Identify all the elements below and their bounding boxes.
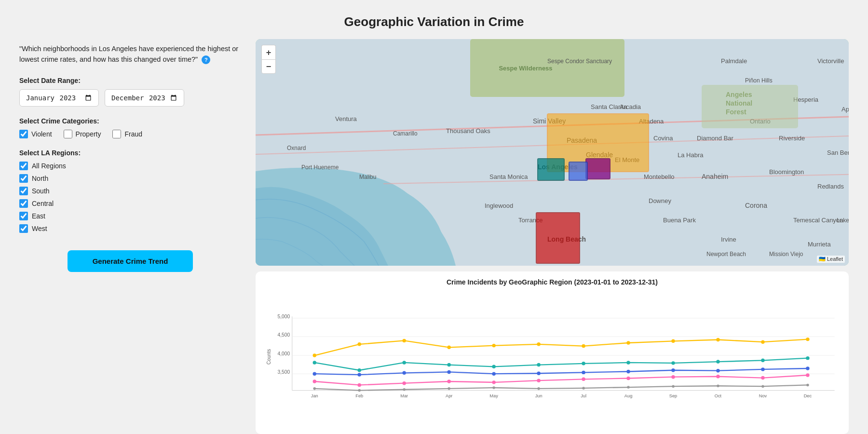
svg-rect-52 [538, 159, 564, 180]
region-north[interactable]: North [19, 174, 241, 183]
property-checkbox[interactable] [64, 130, 72, 138]
region-south-checkbox[interactable] [19, 187, 28, 195]
svg-point-88 [716, 338, 719, 341]
svg-point-126 [806, 373, 809, 377]
region-north-checkbox[interactable] [19, 174, 28, 183]
svg-point-107 [492, 372, 495, 375]
svg-point-116 [358, 383, 361, 387]
svg-point-94 [447, 363, 450, 366]
svg-text:Temescal Canyon: Temescal Canyon [793, 217, 843, 224]
region-central[interactable]: Central [19, 199, 241, 208]
regions-section: Select LA Regions: All Regions North Sou… [19, 149, 241, 233]
svg-text:Sep: Sep [669, 393, 678, 398]
right-panel: Sespe Wilderness Sespe Condor Sanctuary … [256, 39, 849, 434]
svg-text:Santa Monica: Santa Monica [489, 173, 528, 180]
map-svg: Sespe Wilderness Sespe Condor Sanctuary … [256, 39, 849, 266]
svg-point-117 [402, 381, 406, 385]
region-list: All Regions North South Central [19, 162, 241, 233]
svg-text:Montebello: Montebello [644, 173, 675, 180]
generate-button[interactable]: Generate Crime Trend [68, 250, 193, 272]
svg-point-101 [761, 359, 764, 362]
svg-point-135 [672, 385, 675, 388]
zoom-in-button[interactable]: + [261, 45, 276, 59]
svg-text:Arcadia: Arcadia [620, 103, 641, 110]
svg-point-127 [313, 387, 316, 390]
svg-text:Buena Park: Buena Park [663, 217, 696, 224]
fraud-label: Fraud [124, 130, 142, 138]
svg-text:Sespe Condor Sanctuary: Sespe Condor Sanctuary [547, 58, 612, 65]
svg-point-102 [806, 356, 809, 360]
region-south[interactable]: South [19, 187, 241, 195]
leaflet-credit: 🇺🇦 Leaflet [817, 256, 845, 263]
svg-point-137 [761, 385, 764, 388]
page-wrapper: Geographic Variation in Crime "Which nei… [0, 0, 868, 434]
svg-text:Nov: Nov [759, 393, 767, 398]
svg-point-105 [402, 371, 406, 375]
svg-point-80 [358, 342, 361, 346]
fraud-checkbox-item[interactable]: Fraud [112, 130, 142, 138]
svg-point-104 [358, 373, 361, 376]
region-all[interactable]: All Regions [19, 162, 241, 170]
svg-point-93 [402, 361, 406, 364]
region-west-label: West [32, 225, 47, 232]
end-date-input[interactable] [105, 89, 184, 107]
left-panel: "Which neighborhoods in Los Angeles have… [19, 39, 241, 434]
violent-checkbox-item[interactable]: Violent [19, 130, 52, 138]
chart-title: Crime Incidents by GeoGraphic Region (20… [265, 278, 839, 286]
violent-checkbox[interactable] [19, 130, 28, 138]
svg-point-82 [447, 346, 450, 349]
svg-text:Murrieta: Murrieta [808, 241, 831, 248]
main-content: "Which neighborhoods in Los Angeles have… [19, 39, 849, 434]
svg-point-85 [582, 344, 585, 348]
svg-text:Piñon Hills: Piñon Hills [745, 77, 773, 84]
start-date-input[interactable] [19, 89, 99, 107]
svg-point-121 [582, 378, 585, 381]
svg-text:Apple Valley: Apple Valley [841, 106, 849, 113]
svg-point-138 [806, 384, 809, 387]
svg-point-89 [761, 340, 764, 343]
svg-text:Diamond Bar: Diamond Bar [697, 135, 734, 142]
violent-label: Violent [31, 130, 52, 138]
crime-categories-label: Select Crime Categories: [19, 117, 241, 125]
svg-point-84 [537, 342, 540, 346]
svg-text:4,000: 4,000 [278, 351, 290, 356]
region-west-checkbox[interactable] [19, 224, 28, 233]
svg-text:Ventura: Ventura [335, 115, 357, 122]
property-checkbox-item[interactable]: Property [64, 130, 101, 138]
help-icon[interactable]: ? [202, 55, 210, 64]
svg-text:San Bernardino: San Bernardino [827, 149, 849, 156]
svg-point-99 [671, 361, 675, 365]
svg-point-113 [761, 367, 764, 371]
svg-point-100 [716, 360, 719, 363]
svg-point-119 [492, 380, 495, 384]
region-east-checkbox[interactable] [19, 212, 28, 220]
region-central-checkbox[interactable] [19, 199, 28, 208]
page-title: Geographic Variation in Crime [19, 0, 849, 39]
region-east[interactable]: East [19, 212, 241, 220]
svg-point-103 [313, 372, 316, 375]
region-central-label: Central [32, 200, 54, 207]
svg-text:Irvine: Irvine [721, 236, 736, 243]
svg-text:Counts: Counts [266, 349, 271, 365]
svg-text:Sespe Wilderness: Sespe Wilderness [499, 65, 552, 72]
svg-point-111 [671, 368, 675, 372]
svg-point-136 [717, 384, 719, 387]
chart-container: Crime Incidents by GeoGraphic Region (20… [256, 271, 849, 434]
map-container: Sespe Wilderness Sespe Condor Sanctuary … [256, 39, 849, 266]
fraud-checkbox[interactable] [112, 130, 121, 138]
svg-point-115 [313, 380, 316, 383]
svg-point-86 [626, 341, 630, 344]
svg-point-124 [716, 375, 719, 378]
svg-text:Apr: Apr [446, 393, 452, 398]
svg-point-92 [358, 368, 361, 372]
svg-point-81 [402, 339, 406, 342]
svg-text:La Habra: La Habra [678, 151, 704, 159]
svg-point-87 [671, 339, 675, 343]
zoom-out-button[interactable]: − [261, 59, 276, 74]
svg-text:Lake Elsinore: Lake Elsinore [837, 217, 849, 224]
region-all-checkbox[interactable] [19, 162, 28, 170]
svg-text:Riverside: Riverside [779, 135, 805, 142]
svg-text:Oxnard: Oxnard [287, 145, 306, 151]
region-west[interactable]: West [19, 224, 241, 233]
region-south-label: South [32, 187, 50, 195]
